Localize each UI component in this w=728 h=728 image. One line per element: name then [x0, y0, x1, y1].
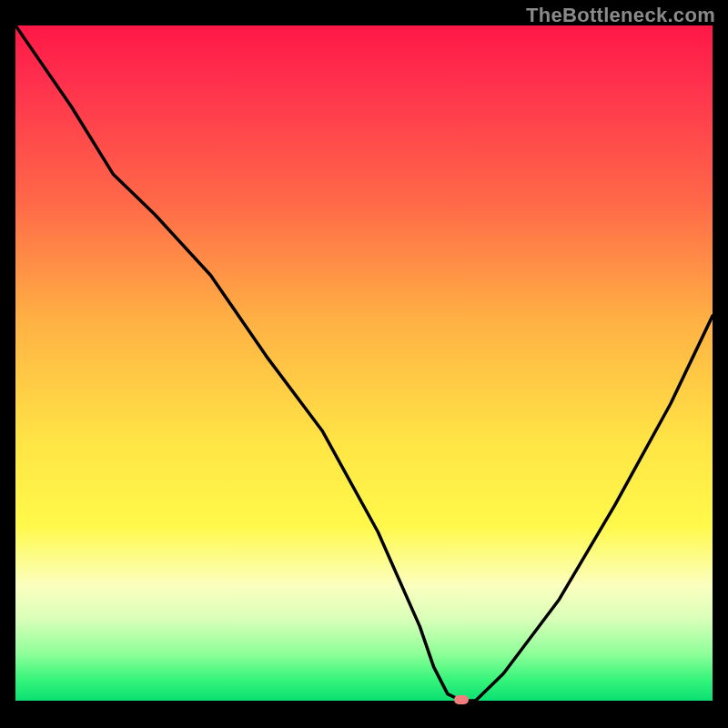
chart-frame: TheBottleneck.com [0, 0, 728, 728]
chart-curve-path [15, 25, 713, 701]
chart-curve [15, 25, 713, 701]
chart-minimum-marker [454, 695, 469, 704]
watermark-text: TheBottleneck.com [526, 4, 715, 27]
